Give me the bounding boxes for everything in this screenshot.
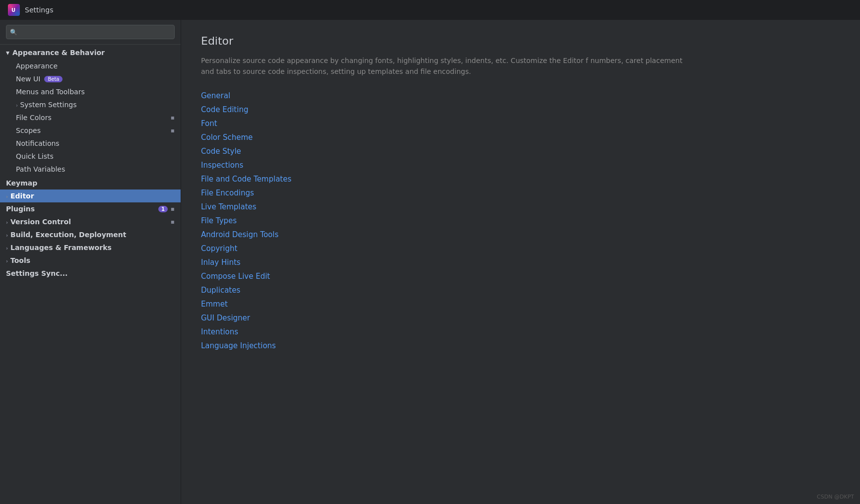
watermark: CSDN @DKPT — [817, 494, 854, 500]
sidebar-item-keymap[interactable]: Keymap — [0, 177, 181, 189]
editor-link-language-injections[interactable]: Language Injections — [201, 341, 840, 350]
sidebar-item-label: Quick Lists — [16, 152, 54, 160]
sidebar-item-editor[interactable]: › Editor — [0, 189, 181, 202]
sidebar-item-path-variables[interactable]: Path Variables — [0, 163, 181, 176]
scopes-icon: ▪ — [171, 127, 175, 134]
page-title: Editor — [201, 35, 840, 47]
editor-link-font[interactable]: Font — [201, 119, 840, 128]
editor-link-code-editing[interactable]: Code Editing — [201, 105, 840, 114]
sidebar-item-scopes[interactable]: Scopes ▪ — [0, 124, 181, 137]
search-input[interactable] — [6, 25, 175, 39]
plugins-badge-count: 1 — [158, 206, 168, 212]
editor-link-code-style[interactable]: Code Style — [201, 147, 840, 156]
sidebar-item-label: Menus and Toolbars — [16, 88, 85, 96]
sidebar-item-tools[interactable]: › Tools — [0, 254, 181, 267]
sidebar-group-appearance-behavior[interactable]: ▾ Appearance & Behavior — [0, 46, 181, 60]
sidebar-item-settings-sync[interactable]: Settings Sync... — [0, 267, 181, 280]
sidebar-item-label: New UI — [16, 75, 40, 83]
sidebar-item-build-execution-deployment[interactable]: › Build, Execution, Deployment — [0, 228, 181, 241]
main-container: 🔍 ▾ Appearance & Behavior Appearance New… — [0, 20, 860, 504]
editor-link-compose-live-edit[interactable]: Compose Live Edit — [201, 272, 840, 281]
chevron-right-icon: › — [16, 103, 18, 108]
editor-link-emmet[interactable]: Emmet — [201, 300, 840, 309]
chevron-right-icon: › — [6, 233, 8, 238]
file-colors-icon: ▪ — [171, 114, 175, 121]
sidebar-item-label: Notifications — [16, 139, 60, 147]
editor-link-file-types[interactable]: File Types — [201, 216, 840, 225]
sidebar-item-label: › Version Control — [6, 218, 71, 226]
sidebar-item-label: › Editor — [6, 192, 34, 200]
sidebar-item-system-settings[interactable]: › System Settings — [0, 98, 181, 111]
editor-link-general[interactable]: General — [201, 91, 840, 100]
sidebar-item-file-colors[interactable]: File Colors ▪ — [0, 111, 181, 124]
sidebar-section-appearance-behavior: ▾ Appearance & Behavior Appearance New U… — [0, 45, 181, 177]
sidebar-item-label: Plugins — [6, 205, 35, 213]
chevron-right-icon: › — [6, 246, 8, 251]
chevron-right-icon: › — [6, 220, 8, 225]
editor-link-inspections[interactable]: Inspections — [201, 161, 840, 170]
search-icon: 🔍 — [10, 29, 17, 36]
editor-link-live-templates[interactable]: Live Templates — [201, 202, 840, 211]
sidebar-item-plugins[interactable]: Plugins 1 ▪ — [0, 202, 181, 215]
sidebar-item-appearance[interactable]: Appearance — [0, 60, 181, 72]
sidebar: 🔍 ▾ Appearance & Behavior Appearance New… — [0, 20, 181, 504]
version-control-icon: ▪ — [171, 218, 175, 225]
sidebar-item-languages-frameworks[interactable]: › Languages & Frameworks — [0, 241, 181, 254]
editor-link-copyright[interactable]: Copyright — [201, 244, 840, 253]
chevron-right-icon: › — [6, 194, 8, 199]
sidebar-item-label: Path Variables — [16, 165, 65, 173]
sidebar-item-label: Settings Sync... — [6, 269, 67, 277]
sidebar-item-label: › Languages & Frameworks — [6, 244, 112, 252]
sidebar-item-new-ui[interactable]: New UI Beta — [0, 72, 181, 85]
sidebar-item-label: File Colors — [16, 114, 52, 122]
editor-link-file-encodings[interactable]: File Encodings — [201, 189, 840, 197]
editor-link-android-design-tools[interactable]: Android Design Tools — [201, 230, 840, 239]
sidebar-group-label: Appearance & Behavior — [12, 49, 105, 57]
editor-link-color-scheme[interactable]: Color Scheme — [201, 133, 840, 142]
search-container: 🔍 — [0, 20, 181, 45]
sidebar-item-menus-toolbars[interactable]: Menus and Toolbars — [0, 85, 181, 98]
sidebar-item-version-control[interactable]: › Version Control ▪ — [0, 215, 181, 228]
editor-link-inlay-hints[interactable]: Inlay Hints — [201, 258, 840, 267]
editor-link-gui-designer[interactable]: GUI Designer — [201, 314, 840, 322]
editor-link-intentions[interactable]: Intentions — [201, 327, 840, 336]
sidebar-item-label: › System Settings — [16, 101, 77, 109]
window-title: Settings — [25, 6, 53, 14]
sidebar-item-label: Appearance — [16, 62, 58, 70]
chevron-down-icon: ▾ — [6, 49, 9, 57]
plugins-icon: ▪ — [171, 205, 175, 212]
beta-badge: Beta — [44, 76, 63, 82]
app-logo: U — [8, 4, 20, 16]
editor-link-duplicates[interactable]: Duplicates — [201, 286, 840, 295]
content-area: Editor Personalize source code appearanc… — [181, 20, 860, 504]
plugins-right: 1 ▪ — [158, 205, 175, 212]
svg-text:U: U — [11, 7, 15, 13]
new-ui-label-row: New UI Beta — [16, 75, 63, 83]
search-wrapper: 🔍 — [6, 25, 175, 39]
sidebar-item-label: Scopes — [16, 126, 41, 134]
sidebar-item-notifications[interactable]: Notifications — [0, 137, 181, 150]
editor-link-file-code-templates[interactable]: File and Code Templates — [201, 175, 840, 184]
title-bar: U Settings — [0, 0, 860, 20]
sidebar-item-label: Keymap — [6, 179, 37, 187]
sidebar-item-label: › Build, Execution, Deployment — [6, 231, 127, 239]
sidebar-item-quick-lists[interactable]: Quick Lists — [0, 150, 181, 163]
page-description: Personalize source code appearance by ch… — [201, 55, 697, 77]
sidebar-item-label: › Tools — [6, 256, 30, 264]
editor-links-list: General Code Editing Font Color Scheme C… — [201, 91, 840, 350]
chevron-right-icon: › — [6, 258, 8, 264]
